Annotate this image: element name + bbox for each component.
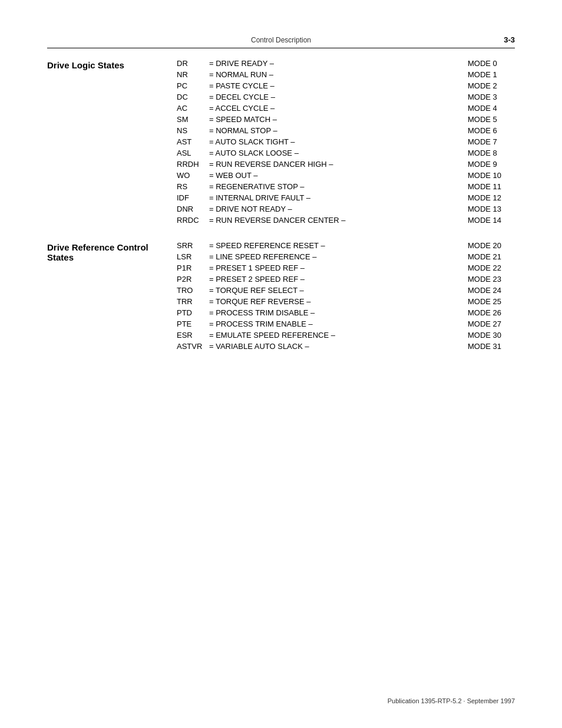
- row-abbr: DNR: [177, 205, 209, 213]
- table-row: RRDH= RUN REVERSE DANCER HIGH –MODE 9: [177, 160, 515, 169]
- row-mode: MODE 23: [468, 275, 515, 284]
- table-row: LSR= LINE SPEED REFERENCE –MODE 21: [177, 252, 515, 261]
- row-mode: MODE 0: [468, 59, 515, 68]
- section-table-drive-reference-control-states: SRR= SPEED REFERENCE RESET –MODE 20LSR= …: [177, 241, 515, 353]
- row-definition: = NORMAL STOP –: [209, 126, 468, 135]
- row-mode: MODE 12: [468, 193, 515, 202]
- row-definition: = WEB OUT –: [209, 171, 468, 180]
- table-row: P2R= PRESET 2 SPEED REF –MODE 23: [177, 275, 515, 284]
- row-mode: MODE 14: [468, 216, 515, 225]
- row-definition: = DRIVE NOT READY –: [209, 205, 468, 213]
- row-abbr: NS: [177, 126, 209, 135]
- main-content: Drive Logic StatesDR= DRIVE READY –MODE …: [47, 59, 515, 353]
- table-row: WO= WEB OUT –MODE 10: [177, 171, 515, 180]
- row-mode: MODE 10: [468, 171, 515, 180]
- row-abbr: ASL: [177, 149, 209, 157]
- table-row: ESR= EMULATE SPEED REFERENCE –MODE 30: [177, 331, 515, 340]
- row-abbr: ESR: [177, 331, 209, 340]
- row-abbr: SRR: [177, 241, 209, 250]
- row-abbr: P1R: [177, 263, 209, 272]
- row-abbr: ASTVR: [177, 342, 209, 351]
- table-row: P1R= PRESET 1 SPEED REF –MODE 22: [177, 263, 515, 272]
- row-mode: MODE 6: [468, 126, 515, 135]
- row-definition: = TORQUE REF REVERSE –: [209, 297, 468, 306]
- table-row: NS= NORMAL STOP –MODE 6: [177, 126, 515, 135]
- table-row: DR= DRIVE READY –MODE 0: [177, 59, 515, 68]
- table-row: RS= REGENERATIVE STOP –MODE 11: [177, 182, 515, 191]
- row-mode: MODE 31: [468, 342, 515, 351]
- row-abbr: AC: [177, 104, 209, 113]
- table-row: AC= ACCEL CYCLE –MODE 4: [177, 104, 515, 113]
- row-mode: MODE 20: [468, 241, 515, 250]
- row-mode: MODE 9: [468, 160, 515, 169]
- row-abbr: P2R: [177, 275, 209, 284]
- row-definition: = AUTO SLACK TIGHT –: [209, 137, 468, 146]
- row-abbr: DC: [177, 93, 209, 101]
- row-abbr: PTD: [177, 308, 209, 317]
- row-definition: = RUN REVERSE DANCER HIGH –: [209, 160, 468, 169]
- row-definition: = SPEED REFERENCE RESET –: [209, 241, 468, 250]
- table-row: PTE= PROCESS TRIM ENABLE –MODE 27: [177, 319, 515, 328]
- row-mode: MODE 5: [468, 115, 515, 124]
- row-mode: MODE 11: [468, 182, 515, 191]
- row-mode: MODE 13: [468, 205, 515, 213]
- row-definition: = TORQUE REF SELECT –: [209, 286, 468, 295]
- table-row: RRDC= RUN REVERSE DANCER CENTER –MODE 14: [177, 216, 515, 225]
- row-definition: = PROCESS TRIM ENABLE –: [209, 319, 468, 328]
- header-page: 3-3: [398, 35, 515, 44]
- row-mode: MODE 4: [468, 104, 515, 113]
- table-row: NR= NORMAL RUN –MODE 1: [177, 70, 515, 79]
- row-definition: = ACCEL CYCLE –: [209, 104, 468, 113]
- section-title-drive-logic-states: Drive Logic States: [47, 59, 177, 227]
- row-mode: MODE 3: [468, 93, 515, 101]
- table-row: AST= AUTO SLACK TIGHT –MODE 7: [177, 137, 515, 146]
- footer-text: Publication 1395-RTP-5.2 · September 199…: [388, 697, 515, 704]
- row-abbr: AST: [177, 137, 209, 146]
- section-drive-logic-states: Drive Logic StatesDR= DRIVE READY –MODE …: [47, 59, 515, 227]
- row-definition: = SPEED MATCH –: [209, 115, 468, 124]
- row-definition: = PROCESS TRIM DISABLE –: [209, 308, 468, 317]
- row-mode: MODE 22: [468, 263, 515, 272]
- row-definition: = PRESET 2 SPEED REF –: [209, 275, 468, 284]
- row-definition: = PRESET 1 SPEED REF –: [209, 263, 468, 272]
- table-row: IDF= INTERNAL DRIVE FAULT –MODE 12: [177, 193, 515, 202]
- row-mode: MODE 24: [468, 286, 515, 295]
- row-definition: = RUN REVERSE DANCER CENTER –: [209, 216, 468, 225]
- table-row: TRO= TORQUE REF SELECT –MODE 24: [177, 286, 515, 295]
- row-abbr: IDF: [177, 193, 209, 202]
- table-row: PC= PASTE CYCLE –MODE 2: [177, 81, 515, 90]
- row-mode: MODE 27: [468, 319, 515, 328]
- row-definition: = EMULATE SPEED REFERENCE –: [209, 331, 468, 340]
- row-abbr: WO: [177, 171, 209, 180]
- row-abbr: NR: [177, 70, 209, 79]
- row-abbr: RRDC: [177, 216, 209, 225]
- row-mode: MODE 25: [468, 297, 515, 306]
- row-definition: = LINE SPEED REFERENCE –: [209, 252, 468, 261]
- row-abbr: DR: [177, 59, 209, 68]
- row-abbr: PTE: [177, 319, 209, 328]
- section-table-drive-logic-states: DR= DRIVE READY –MODE 0NR= NORMAL RUN –M…: [177, 59, 515, 227]
- row-abbr: RRDH: [177, 160, 209, 169]
- table-row: PTD= PROCESS TRIM DISABLE –MODE 26: [177, 308, 515, 317]
- row-mode: MODE 30: [468, 331, 515, 340]
- section-title-drive-reference-control-states: Drive Reference Control States: [47, 241, 177, 353]
- section-drive-reference-control-states: Drive Reference Control StatesSRR= SPEED…: [47, 241, 515, 353]
- header-title: Control Description: [164, 36, 398, 44]
- row-definition: = AUTO SLACK LOOSE –: [209, 149, 468, 157]
- row-definition: = DRIVE READY –: [209, 59, 468, 68]
- row-definition: = NORMAL RUN –: [209, 70, 468, 79]
- table-row: TRR= TORQUE REF REVERSE –MODE 25: [177, 297, 515, 306]
- row-abbr: TRR: [177, 297, 209, 306]
- row-abbr: SM: [177, 115, 209, 124]
- row-definition: = PASTE CYCLE –: [209, 81, 468, 90]
- row-definition: = VARIABLE AUTO SLACK –: [209, 342, 468, 351]
- row-abbr: TRO: [177, 286, 209, 295]
- row-abbr: RS: [177, 182, 209, 191]
- table-row: DNR= DRIVE NOT READY –MODE 13: [177, 205, 515, 213]
- row-definition: = DECEL CYCLE –: [209, 93, 468, 101]
- row-abbr: PC: [177, 81, 209, 90]
- row-mode: MODE 1: [468, 70, 515, 79]
- row-definition: = INTERNAL DRIVE FAULT –: [209, 193, 468, 202]
- row-mode: MODE 8: [468, 149, 515, 157]
- row-mode: MODE 21: [468, 252, 515, 261]
